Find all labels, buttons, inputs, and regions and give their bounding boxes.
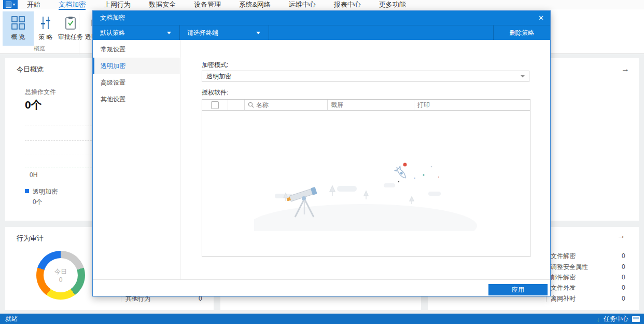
close-icon[interactable]: ✕ bbox=[538, 11, 544, 25]
overview-button[interactable]: 概 览 bbox=[3, 11, 34, 46]
sliders-icon bbox=[39, 16, 52, 30]
chevron-down-icon bbox=[12, 4, 16, 6]
header-screenshot-label: 截屏 bbox=[331, 101, 343, 110]
audit-donut-chart: 今日 0 bbox=[36, 251, 85, 300]
stat-row-file-decrypt: 文件解密 0 bbox=[546, 252, 629, 260]
header-print-label: 打印 bbox=[417, 101, 430, 110]
legend-value: 0个 bbox=[33, 198, 43, 207]
doc-encryption-dialog: 文档加密 ✕ 默认策略 请选择终端 删除策略 常规设置 透明加密 高级设置 其他… bbox=[92, 10, 551, 296]
encryption-mode-select[interactable]: 透明加密 bbox=[202, 71, 529, 82]
main-menu: 开始 文档加密 上网行为 数据安全 设备管理 系统&网络 运维中心 报表中心 更… bbox=[27, 0, 406, 10]
menu-item-data-security[interactable]: 数据安全 bbox=[149, 0, 176, 10]
ribbon-group-separator bbox=[79, 14, 79, 55]
rocket bbox=[394, 165, 409, 181]
total-files-label: 总操作文件 bbox=[25, 88, 56, 97]
header-name-cell[interactable]: 名称 bbox=[245, 100, 328, 110]
empty-state-illustration bbox=[254, 148, 477, 231]
dialog-titlebar: 文档加密 ✕ bbox=[93, 11, 550, 25]
authorized-software-label: 授权软件: bbox=[202, 88, 228, 97]
trend-axis-tick: 0H bbox=[30, 171, 37, 179]
stat-row-value: 0 bbox=[622, 295, 625, 302]
encryption-mode-value: 透明加密 bbox=[206, 73, 231, 80]
terminal-dropdown[interactable]: 请选择终端 bbox=[180, 25, 269, 40]
search-icon bbox=[248, 102, 254, 108]
overview-button-label: 概 览 bbox=[11, 33, 25, 42]
menu-item-system-network[interactable]: 系统&网络 bbox=[239, 0, 271, 10]
approval-tasks-button[interactable]: 审批任务 bbox=[57, 11, 84, 46]
status-bar: 就绪 ↓ 任务中心 bbox=[0, 314, 644, 324]
header-print-cell: 打印 bbox=[414, 100, 530, 110]
sidebar-item-other[interactable]: 其他设置 bbox=[93, 91, 180, 107]
donut-center-label: 今日 bbox=[54, 267, 67, 276]
legend-color-swatch bbox=[25, 189, 29, 193]
menu-bar: 开始 文档加密 上网行为 数据安全 设备管理 系统&网络 运维中心 报表中心 更… bbox=[0, 0, 644, 9]
menu-item-ops-center[interactable]: 运维中心 bbox=[289, 0, 316, 10]
app-logo-icon bbox=[6, 2, 11, 8]
sidebar-item-general[interactable]: 常规设置 bbox=[93, 41, 180, 58]
dialog-sidebar: 常规设置 透明加密 高级设置 其他设置 bbox=[93, 40, 180, 279]
stat-row-value: 0 bbox=[622, 252, 625, 260]
header-name-label: 名称 bbox=[256, 101, 269, 110]
task-center-button[interactable]: 任务中心 bbox=[604, 315, 628, 323]
menu-item-doc-encryption[interactable]: 文档加密 bbox=[59, 0, 86, 10]
dialog-toolbar: 默认策略 请选择终端 删除策略 bbox=[93, 25, 550, 40]
stat-row-offline-time: 离网补时 0 bbox=[546, 294, 629, 303]
arrow-right-icon[interactable]: → bbox=[617, 232, 625, 240]
behavior-audit-title: 行为审计 bbox=[17, 234, 44, 243]
terminal-dropdown-value: 请选择终端 bbox=[187, 29, 218, 37]
menu-item-device-mgmt[interactable]: 设备管理 bbox=[194, 0, 221, 10]
menu-item-start[interactable]: 开始 bbox=[27, 0, 40, 10]
stat-row-label: 离网补时 bbox=[551, 294, 576, 303]
table-header: 名称 截屏 打印 bbox=[202, 100, 530, 111]
grid-icon bbox=[11, 16, 25, 30]
header-checkbox-cell bbox=[202, 100, 228, 110]
total-files-value: 0个 bbox=[25, 98, 42, 112]
policy-dropdown-value: 默认策略 bbox=[100, 29, 125, 37]
policy-dropdown[interactable]: 默认策略 bbox=[93, 25, 180, 40]
menu-item-more[interactable]: 更多功能 bbox=[379, 0, 406, 10]
stat-row-value: 0 bbox=[622, 263, 625, 271]
chevron-down-icon bbox=[256, 32, 260, 34]
stat-row-value: 0 bbox=[622, 274, 625, 281]
arrow-right-icon[interactable]: → bbox=[621, 65, 629, 73]
apply-button[interactable]: 应用 bbox=[488, 284, 548, 295]
stat-row-label: 文件外发 bbox=[551, 284, 576, 292]
stat-row-label: 邮件解密 bbox=[551, 273, 576, 282]
donut-center-value: 0 bbox=[59, 276, 63, 284]
stat-row-mail-decrypt: 邮件解密 0 bbox=[546, 273, 629, 281]
dialog-content: 加密模式: 透明加密 授权软件: 名称 bbox=[180, 40, 550, 279]
legend-label: 透明加密 bbox=[33, 187, 58, 196]
dialog-body: 常规设置 透明加密 高级设置 其他设置 加密模式: 透明加密 授权软件: bbox=[93, 40, 550, 279]
encryption-mode-label: 加密模式: bbox=[202, 61, 228, 70]
status-ready-label: 就绪 bbox=[5, 315, 18, 323]
monitor-icon[interactable] bbox=[632, 316, 640, 322]
policy-button[interactable]: 策 略 bbox=[32, 11, 59, 46]
header-screenshot-cell: 截屏 bbox=[328, 100, 414, 110]
chevron-down-icon bbox=[167, 32, 171, 34]
dialog-footer: 应用 bbox=[93, 279, 550, 297]
sidebar-item-transparent-encryption[interactable]: 透明加密 bbox=[93, 58, 180, 74]
toolbar-spacer bbox=[269, 25, 493, 40]
stat-row-label: 调整安全属性 bbox=[551, 263, 588, 272]
authorized-software-table: 名称 截屏 打印 bbox=[202, 99, 530, 257]
menu-item-report-center[interactable]: 报表中心 bbox=[334, 0, 361, 10]
stat-row-label: 文件解密 bbox=[551, 252, 576, 261]
header-empty-cell bbox=[228, 100, 245, 110]
table-empty-body bbox=[202, 111, 530, 257]
clipboard-check-icon bbox=[64, 16, 77, 30]
download-arrow-icon: ↓ bbox=[597, 315, 600, 323]
delete-policy-button[interactable]: 删除策略 bbox=[493, 25, 550, 40]
dialog-title: 文档加密 bbox=[100, 14, 125, 22]
policy-button-label: 策 略 bbox=[38, 33, 52, 42]
menu-item-web-behavior[interactable]: 上网行为 bbox=[104, 0, 131, 10]
app-menu-button[interactable] bbox=[3, 0, 18, 9]
chevron-down-icon bbox=[521, 75, 525, 77]
sidebar-item-advanced[interactable]: 高级设置 bbox=[93, 74, 180, 91]
ribbon-group-label: 概览 bbox=[0, 45, 79, 52]
stat-row-file-outgoing: 文件外发 0 bbox=[546, 284, 629, 292]
select-all-checkbox[interactable] bbox=[211, 101, 219, 109]
stat-row-adjust-security: 调整安全属性 0 bbox=[546, 263, 629, 271]
today-overview-title: 今日概览 bbox=[17, 65, 44, 74]
stat-row-value: 0 bbox=[622, 284, 625, 291]
